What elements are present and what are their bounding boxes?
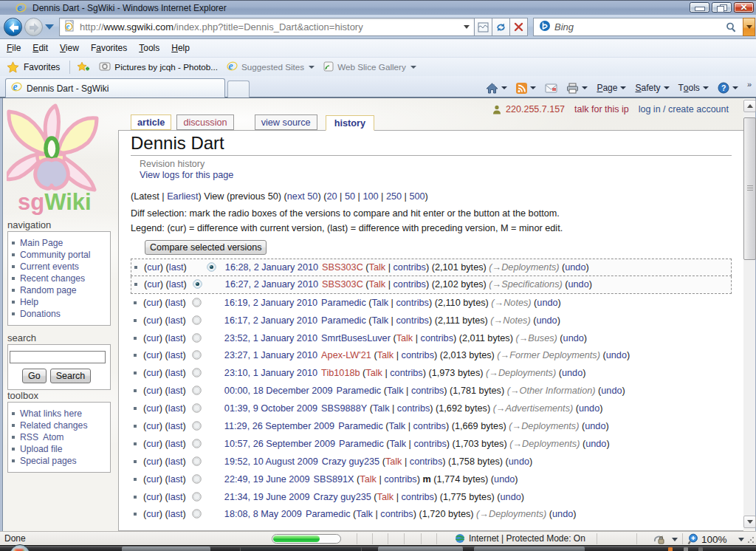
search-input[interactable]: [10, 351, 106, 363]
menu-file[interactable]: File: [1, 40, 27, 56]
add-to-favorites-bar-button[interactable]: [72, 59, 94, 75]
last-link[interactable]: last: [168, 474, 183, 485]
search-button[interactable]: Search: [50, 369, 92, 383]
sidebar-link[interactable]: Main Page: [20, 238, 63, 248]
user-link[interactable]: Crazy guy235: [314, 492, 371, 502]
user-contribs-link[interactable]: contribs: [394, 262, 426, 273]
tray-icon[interactable]: [698, 547, 703, 551]
go-button[interactable]: Go: [22, 369, 47, 383]
command-safety[interactable]: Safety: [630, 83, 673, 93]
last-link[interactable]: last: [168, 350, 183, 360]
cur-link[interactable]: cur: [147, 279, 160, 290]
pagination-link[interactable]: 100: [362, 191, 378, 202]
toolbox-item-what-links-here[interactable]: What links here: [8, 408, 110, 420]
search-magnifier-icon[interactable]: [725, 21, 737, 36]
revision-timestamp-link[interactable]: 19:52, 10 August 2009: [224, 456, 318, 467]
user-talk-link[interactable]: Talk: [377, 492, 394, 502]
pagination-link[interactable]: 50: [345, 191, 355, 202]
user-contribs-link[interactable]: contribs: [396, 298, 428, 308]
revision-timestamp-link[interactable]: 21:34, 19 June 2009: [224, 492, 310, 502]
toolbox-link[interactable]: Special pages: [20, 456, 77, 466]
revision-timestamp-link[interactable]: 16:27, 2 January 2010: [225, 279, 318, 290]
undo-link[interactable]: undo: [501, 492, 521, 502]
radio-oldid[interactable]: [192, 439, 206, 449]
new-tab-button[interactable]: [227, 81, 250, 97]
user-talk-link[interactable]: Talk: [396, 333, 413, 343]
minimize-button[interactable]: [690, 2, 709, 13]
sidebar-link[interactable]: Recent changes: [20, 273, 85, 284]
undo-link[interactable]: undo: [585, 439, 606, 449]
undo-link[interactable]: undo: [494, 474, 515, 485]
sidebar-item-main-page[interactable]: Main Page: [8, 237, 110, 249]
cur-link[interactable]: cur: [146, 456, 159, 467]
last-link[interactable]: last: [168, 333, 183, 343]
radio-oldid[interactable]: [192, 315, 206, 326]
user-talk-link[interactable]: Talk: [387, 386, 404, 396]
undo-link[interactable]: undo: [568, 279, 588, 290]
browser-tab-active[interactable]: e Dennis Dart - SgWiki: [5, 78, 225, 97]
cur-link[interactable]: cur: [146, 439, 159, 449]
user-contribs-link[interactable]: contribs: [384, 474, 416, 485]
user-talk-link[interactable]: Talk: [369, 279, 386, 290]
user-link[interactable]: Paramedic: [321, 298, 366, 308]
scrollbar-thumb[interactable]: [743, 117, 756, 260]
command-print[interactable]: [562, 83, 592, 94]
maximize-button[interactable]: [712, 2, 732, 13]
menu-help[interactable]: Help: [165, 40, 196, 56]
user-contribs-link[interactable]: contribs: [413, 421, 445, 431]
sidebar-link[interactable]: Current events: [20, 261, 79, 272]
user-link[interactable]: Paramedic: [338, 421, 383, 431]
cur-link[interactable]: cur: [146, 386, 159, 396]
status-icon-button[interactable]: [653, 534, 678, 544]
user-link[interactable]: Paramedic: [339, 439, 384, 449]
command-home[interactable]: [481, 83, 512, 94]
user-talk-link[interactable]: Talk: [360, 474, 377, 485]
tab-view-source[interactable]: view source: [255, 114, 317, 130]
user-talk-link[interactable]: Talk: [365, 368, 382, 378]
radio-oldid[interactable]: [192, 368, 206, 378]
user-talk-link[interactable]: Talk: [356, 509, 373, 519]
revision-timestamp-link[interactable]: 23:10, 1 January 2010: [224, 368, 317, 378]
last-link[interactable]: last: [168, 492, 183, 502]
toolbox-link[interactable]: What links here: [20, 408, 82, 419]
tray-icon[interactable]: [684, 547, 688, 551]
user-link[interactable]: Paramedic: [306, 509, 351, 519]
last-link[interactable]: last: [168, 421, 183, 431]
cur-link[interactable]: cur: [146, 509, 159, 519]
user-contribs-link[interactable]: contribs: [380, 509, 413, 519]
user-contribs-link[interactable]: contribs: [421, 333, 453, 343]
sidebar-item-current-events[interactable]: Current events: [8, 261, 110, 273]
user-link[interactable]: Paramedic: [337, 386, 382, 396]
taskbar-button[interactable]: [122, 547, 210, 551]
revision-timestamp-link[interactable]: 11:29, 26 September 2009: [224, 421, 334, 431]
undo-link[interactable]: undo: [563, 333, 584, 343]
address-dropdown[interactable]: [464, 25, 470, 29]
user-link[interactable]: Tib1018b: [321, 368, 360, 378]
user-link[interactable]: SBS891X: [314, 474, 354, 485]
toolbox-link[interactable]: Atom: [43, 432, 63, 442]
revision-timestamp-link[interactable]: 22:49, 19 June 2009: [224, 474, 310, 485]
user-talk-link[interactable]: Talk: [372, 315, 389, 326]
back-button[interactable]: [4, 18, 22, 36]
pagination-link[interactable]: 250: [386, 191, 402, 202]
sidebar-link[interactable]: Community portal: [20, 250, 91, 260]
talk-for-ip-link[interactable]: talk for this ip: [574, 104, 629, 114]
last-link[interactable]: last: [168, 386, 183, 396]
undo-link[interactable]: undo: [579, 403, 599, 414]
radio-oldid[interactable]: [192, 386, 206, 396]
user-talk-link[interactable]: Talk: [372, 298, 389, 308]
user-link[interactable]: SBS303C: [322, 262, 363, 273]
toolbox-item-rss[interactable]: RSSAtom: [8, 431, 110, 443]
cur-link[interactable]: cur: [146, 474, 159, 485]
user-talk-link[interactable]: Talk: [373, 403, 390, 414]
undo-link[interactable]: undo: [606, 350, 627, 360]
toolbox-link[interactable]: Related changes: [20, 420, 87, 431]
cur-link[interactable]: cur: [146, 350, 159, 360]
last-link[interactable]: last: [169, 262, 184, 273]
undo-link[interactable]: undo: [552, 509, 573, 519]
user-talk-link[interactable]: Talk: [389, 421, 406, 431]
cur-link[interactable]: cur: [146, 403, 159, 414]
user-link[interactable]: SBS9888Y: [321, 403, 367, 414]
menu-tools[interactable]: Tools: [133, 40, 165, 56]
overflow-chevron[interactable]: »: [747, 80, 750, 89]
